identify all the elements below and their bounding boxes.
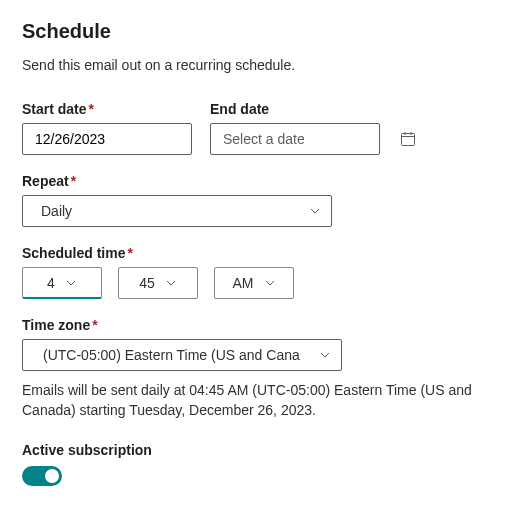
chevron-down-icon (309, 205, 321, 217)
repeat-select[interactable]: Daily (22, 195, 332, 227)
hour-select[interactable]: 4 (22, 267, 102, 299)
page-subtitle: Send this email out on a recurring sched… (22, 57, 492, 73)
chevron-down-icon (264, 277, 276, 289)
toggle-thumb (45, 469, 59, 483)
start-date-input[interactable] (22, 123, 192, 155)
repeat-value: Daily (41, 203, 72, 219)
timezone-select[interactable]: (UTC-05:00) Eastern Time (US and Cana (22, 339, 342, 371)
end-date-label: End date (210, 101, 380, 117)
start-date-label: Start date* (22, 101, 192, 117)
end-date-field[interactable] (221, 130, 400, 148)
repeat-label: Repeat* (22, 173, 492, 189)
schedule-summary: Emails will be sent daily at 04:45 AM (U… (22, 381, 492, 420)
calendar-icon[interactable] (400, 131, 416, 147)
svg-rect-4 (402, 134, 415, 146)
page-title: Schedule (22, 20, 492, 43)
hour-value: 4 (47, 275, 55, 291)
timezone-value: (UTC-05:00) Eastern Time (US and Cana (43, 347, 300, 363)
ampm-select[interactable]: AM (214, 267, 294, 299)
minute-value: 45 (139, 275, 155, 291)
chevron-down-icon (319, 349, 331, 361)
end-date-input[interactable] (210, 123, 380, 155)
scheduled-time-label: Scheduled time* (22, 245, 492, 261)
ampm-value: AM (233, 275, 254, 291)
start-date-field[interactable] (33, 130, 212, 148)
timezone-label: Time zone* (22, 317, 492, 333)
chevron-down-icon (65, 277, 77, 289)
active-subscription-label: Active subscription (22, 442, 492, 458)
chevron-down-icon (165, 277, 177, 289)
active-subscription-toggle[interactable] (22, 466, 62, 486)
minute-select[interactable]: 45 (118, 267, 198, 299)
